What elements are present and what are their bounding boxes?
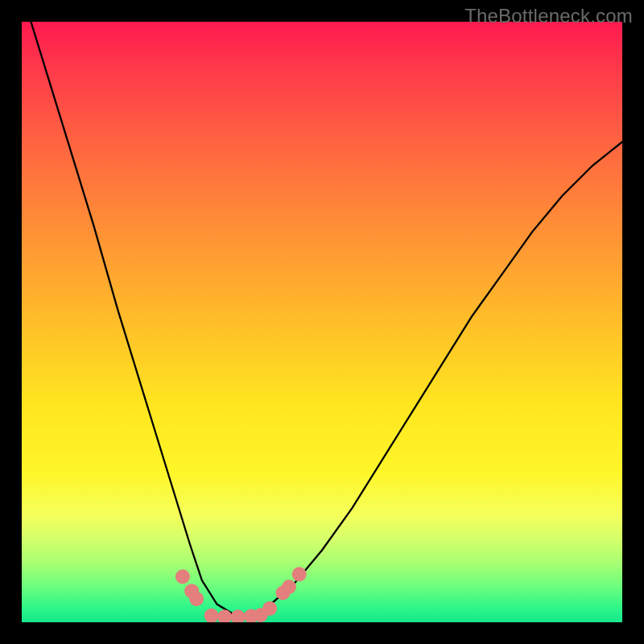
curve-marker: [292, 567, 307, 581]
plot-area: [22, 22, 622, 622]
curve-marker: [231, 609, 246, 622]
curve-marker: [175, 569, 190, 584]
curve-path: [22, 22, 622, 615]
chart-svg: [22, 22, 622, 622]
curve-marker: [204, 609, 219, 622]
curve-marker: [262, 601, 277, 616]
curve-marker: [282, 580, 296, 594]
chart-frame: TheBottleneck.com: [0, 0, 644, 644]
marker-group: [175, 567, 307, 622]
curve-marker: [189, 592, 204, 606]
